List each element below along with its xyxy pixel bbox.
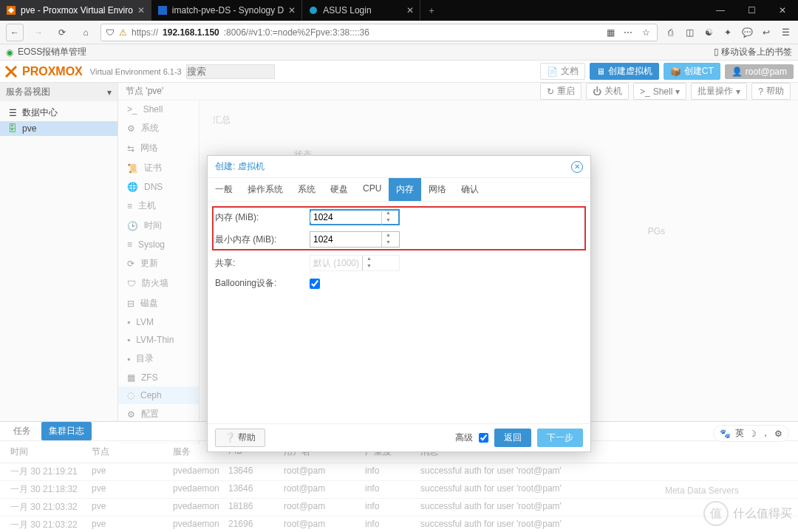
create-ct-button[interactable]: 📦 创建CT [664, 63, 720, 80]
tree-datacenter[interactable]: ☰数据中心 [0, 104, 117, 121]
tasks-tab[interactable]: 任务 [6, 422, 38, 440]
mobile-bookmarks[interactable]: ▯ 移动设备上的书签 [714, 46, 792, 58]
minimize-icon[interactable]: — [705, 0, 736, 21]
min-memory-spinner[interactable]: ▲▼ [381, 232, 395, 247]
extension-icon[interactable]: ☯ [702, 27, 715, 38]
dialog-tab-2[interactable]: 系统 [290, 178, 323, 201]
library-icon[interactable]: ⎙ [664, 27, 677, 38]
browser-tab[interactable]: ASUS Login ✕ [302, 0, 420, 21]
nav-zfs[interactable]: ▦ ZFS [118, 369, 199, 386]
help-button[interactable]: ❔ 帮助 [215, 429, 265, 447]
col-time[interactable]: 时间 [7, 444, 89, 460]
log-row[interactable]: 一月 30 21:18:32pvepvedaemon13646root@pami… [0, 481, 798, 499]
menu-icon[interactable]: ☰ [779, 27, 792, 38]
mobile-icon: ▯ [714, 47, 719, 57]
nav-shell[interactable]: >_ Shell [118, 100, 199, 118]
shell-button[interactable]: >_ Shell ▾ [633, 83, 686, 100]
ime-toolbar[interactable]: 🐾 英 ☽ ， ⚙ [713, 425, 789, 442]
sync-icon[interactable]: ↩ [760, 27, 773, 38]
dialog-tab-6[interactable]: 网络 [421, 178, 454, 201]
create-vm-button[interactable]: 🖥 创建虚拟机 [590, 63, 659, 80]
back-button[interactable]: 返回 [494, 429, 531, 447]
browser-tab[interactable]: imatch-pve-DS - Synology D ✕ [151, 0, 302, 21]
node-icon: 🗄 [7, 123, 18, 134]
qr-icon[interactable]: ▦ [604, 27, 617, 38]
nav-updates[interactable]: ⟳ 更新 [118, 253, 199, 273]
search-input[interactable] [186, 64, 275, 79]
nav-hosts[interactable]: ≡ 主机 [118, 196, 199, 216]
nav-system[interactable]: ⚙ 系统 [118, 118, 199, 138]
shield-icon: 🛡 [106, 27, 115, 38]
memory-spinner[interactable]: ▲▼ [381, 210, 395, 225]
svg-point-2 [310, 7, 317, 14]
docs-button[interactable]: 📄 文档 [540, 63, 585, 80]
col-node[interactable]: 节点 [89, 444, 170, 460]
nav-lvmthin[interactable]: ▪ LVM-Thin [118, 331, 199, 349]
maximize-icon[interactable]: ☐ [736, 0, 767, 21]
ext2-icon[interactable]: ✦ [721, 27, 734, 38]
chat-icon[interactable]: 💬 [740, 27, 754, 38]
next-button[interactable]: 下一步 [537, 429, 583, 447]
nav-dir[interactable]: ▪ 目录 [118, 349, 199, 369]
url-input[interactable]: 🛡 ⚠ https://192.168.1.150:8006/#v1:0:=no… [100, 24, 658, 41]
memory-field[interactable] [310, 212, 381, 222]
server-view-nav: 服务器视图▾ ☰数据中心 🗄pve [0, 83, 118, 421]
nav-syslog[interactable]: ≡ Syslog [118, 236, 199, 253]
dialog-tab-1[interactable]: 操作系统 [240, 178, 290, 201]
dialog-tab-0[interactable]: 一般 [208, 178, 240, 201]
new-tab-button[interactable]: ＋ [420, 0, 443, 21]
paw-icon: 🐾 [720, 429, 731, 439]
close-icon[interactable]: ✕ [288, 5, 296, 16]
dialog-tab-5[interactable]: 内存 [389, 178, 421, 201]
forward-button[interactable]: → [30, 24, 47, 41]
log-row[interactable]: 一月 30 21:19:21pvepvedaemon13646root@pami… [0, 463, 798, 481]
leftnav-title[interactable]: 服务器视图▾ [0, 83, 117, 101]
moon-icon[interactable]: ☽ [748, 429, 757, 439]
nav-time[interactable]: 🕒 时间 [118, 216, 199, 236]
comma-icon[interactable]: ， [761, 427, 770, 440]
nav-network[interactable]: ⇆ 网络 [118, 138, 199, 158]
dialog-tab-4[interactable]: CPU [355, 178, 389, 201]
watermark-icon: 值 [703, 501, 729, 526]
browser-tab[interactable]: pve - Proxmox Virtual Enviro ✕ [0, 0, 151, 21]
nav-lvm[interactable]: ▪ LVM [118, 313, 199, 331]
gear-icon[interactable]: ⚙ [774, 429, 782, 439]
memory-label: 内存 (MiB): [215, 211, 310, 224]
nav-cert[interactable]: 📜 证书 [118, 158, 199, 178]
back-button[interactable]: ← [6, 24, 24, 41]
user-menu[interactable]: 👤 root@pam [725, 64, 794, 79]
shutdown-button[interactable]: ⏻ 关机 [586, 83, 629, 100]
close-icon[interactable]: ✕ [406, 5, 414, 16]
bulk-button[interactable]: 批量操作 ▾ [691, 83, 747, 100]
memory-input[interactable]: ▲▼ [310, 209, 400, 225]
dialog-close-icon[interactable]: ✕ [571, 161, 583, 173]
dialog-tab-7[interactable]: 确认 [454, 178, 486, 201]
nav-ceph[interactable]: ◌ Ceph [118, 386, 199, 404]
clusterlog-tab[interactable]: 集群日志 [41, 422, 92, 440]
reboot-button[interactable]: ↻ 重启 [540, 83, 582, 100]
bookmark-bar: ◉ EOSS报销单管理 ▯ 移动设备上的书签 [0, 44, 798, 61]
home-button[interactable]: ⌂ [77, 24, 95, 41]
advanced-checkbox[interactable] [479, 433, 488, 443]
log-row[interactable]: 一月 30 21:03:32pvepvedaemon18186root@pami… [0, 499, 798, 516]
synology-favicon-icon [157, 5, 168, 16]
min-memory-field[interactable] [310, 234, 381, 245]
close-icon[interactable]: ✕ [137, 5, 145, 16]
url-scheme: https:// [132, 27, 158, 38]
nav-dns[interactable]: 🌐 DNS [118, 178, 199, 196]
chevron-down-icon: ▾ [107, 87, 112, 98]
bookmark-item[interactable]: EOSS报销单管理 [18, 46, 86, 58]
balloon-checkbox[interactable] [310, 279, 320, 289]
star-icon[interactable]: ☆ [639, 27, 652, 38]
reload-button[interactable]: ⟳ [53, 24, 71, 41]
sidebar-icon[interactable]: ◫ [683, 27, 696, 38]
close-window-icon[interactable]: ✕ [767, 0, 798, 21]
more-icon[interactable]: ⋯ [621, 27, 635, 38]
nav-disks[interactable]: ⊟ 磁盘 [118, 293, 199, 313]
nav-firewall[interactable]: 🛡 防火墙 [118, 273, 199, 293]
help-button[interactable]: ? 帮助 [751, 83, 791, 100]
dialog-tab-3[interactable]: 硬盘 [323, 178, 355, 201]
min-memory-input[interactable]: ▲▼ [310, 231, 400, 248]
tree-node-pve[interactable]: 🗄pve [0, 121, 117, 136]
log-row[interactable]: 一月 30 21:03:22pvepvedaemon21696root@pami… [0, 516, 798, 532]
